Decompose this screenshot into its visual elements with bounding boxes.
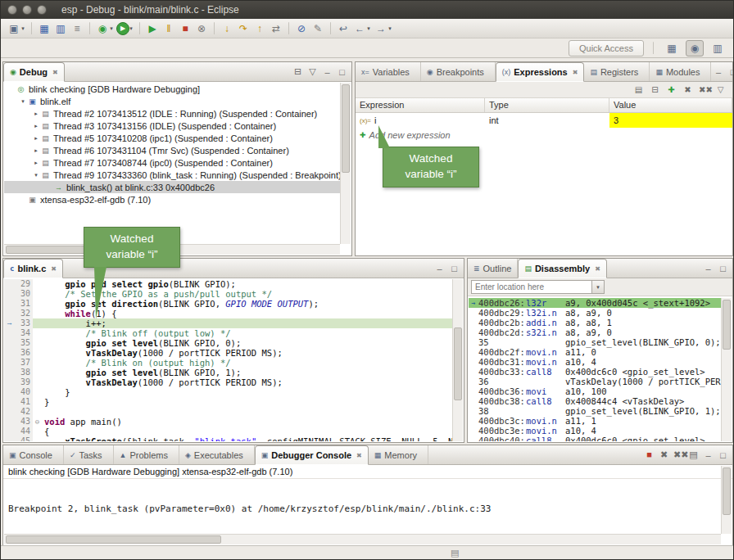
maximize-icon[interactable]: □ <box>718 264 728 273</box>
disassembly-line[interactable]: 400dbc38: call8 0x400844c4 <vTaskDelay> <box>469 396 721 406</box>
tab-modules[interactable]: ▦ Modules <box>650 62 711 81</box>
view-menu-icon[interactable]: ▽ <box>307 66 318 77</box>
open-perspective-icon[interactable]: ▦ <box>663 40 681 56</box>
disassembly-line[interactable]: 400dbc2d: s32i.n a8, a9, 0 <box>469 327 721 337</box>
code-line[interactable]: 35 gpio_set_level(BLINK_GPIO, 0); <box>4 338 452 348</box>
run-menu-chevron-icon[interactable]: ▾ <box>128 21 134 36</box>
column-value[interactable]: Value <box>609 98 732 112</box>
disassembly-line[interactable]: 400dbc31: movi.n a10, 4 <box>469 357 721 367</box>
remove-all-launches-icon[interactable]: ✖✖ <box>673 449 684 460</box>
disassembly-line[interactable]: 400dbc36: movi a10, 100 <box>469 386 721 396</box>
disassembly-line[interactable]: 400dbc3c: movi.n a11, 1 <box>469 416 721 426</box>
debug-tree-item[interactable]: ▸ ▤ Thread #2 1073413512 (IDLE : Running… <box>4 107 340 120</box>
disassembly-line[interactable]: 400dbc2b: addi.n a8, a8, 1 <box>469 318 721 327</box>
code-line[interactable]: 37 /* Blink on (output high) */ <box>4 358 452 368</box>
line-number[interactable]: 33 <box>15 318 33 328</box>
minimize-button[interactable] <box>22 5 32 15</box>
column-type[interactable]: Type <box>485 98 609 112</box>
line-number[interactable]: 32 <box>15 309 33 318</box>
remove-expression-icon[interactable]: ✖ <box>682 85 693 94</box>
code-line[interactable]: 31 gpio_set_direction(BLINK_GPIO, GPIO_M… <box>4 299 452 309</box>
code-line[interactable]: 29 gpio_pad_select_gpio(BLINK_GPIO); <box>4 279 452 289</box>
console-vertical-scrollbar[interactable] <box>721 466 732 534</box>
line-number[interactable]: 42 <box>15 407 33 417</box>
tree-expander-icon[interactable]: ▸ <box>32 123 40 129</box>
tree-expander-icon[interactable]: ▾ <box>19 98 27 105</box>
minimize-icon[interactable]: – <box>713 67 723 77</box>
close-icon[interactable]: ✖ <box>573 69 578 76</box>
line-number[interactable]: 38 <box>15 368 33 377</box>
maximize-icon[interactable]: □ <box>337 67 347 77</box>
code-line[interactable]: 42 <box>4 407 452 417</box>
c-cpp-perspective-icon[interactable]: ▥ <box>709 40 727 56</box>
disassembly-line[interactable]: 38 gpio_set_level(BLINK_GPIO, 1); <box>469 406 721 416</box>
add-expression-toolbar-icon[interactable]: ✚ <box>666 85 677 94</box>
disassembly-line[interactable]: 400dbc3e: movi.n a10, 4 <box>469 426 721 436</box>
maximize-icon[interactable]: □ <box>449 264 460 273</box>
suspend-icon[interactable]: ‖ <box>161 21 176 36</box>
code-line[interactable]: 38 gpio_set_level(BLINK_GPIO, 1); <box>4 368 452 377</box>
line-number[interactable]: 45 <box>15 436 33 441</box>
tree-expander-icon[interactable]: ▸ <box>32 135 40 142</box>
disassembly-line[interactable]: → 400dbc26: l32r a9, 0x400d045c <_stext+… <box>469 298 721 308</box>
location-dropdown-icon[interactable]: ▼ <box>592 280 605 294</box>
close-icon[interactable]: ✖ <box>356 452 362 459</box>
debug-tree-item[interactable]: ▸ ▤ Thread #7 1073408744 (ipc0) (Suspend… <box>4 156 340 169</box>
forward-menu-chevron-icon[interactable]: ▾ <box>387 21 393 36</box>
minimize-icon[interactable]: – <box>434 264 445 273</box>
step-into-icon[interactable]: ↓ <box>220 21 234 36</box>
line-number[interactable]: 35 <box>15 338 33 348</box>
line-number[interactable]: 29 <box>15 279 33 289</box>
instruction-stepping-icon[interactable]: ⇄ <box>269 21 283 36</box>
tab-console[interactable]: ▣ Console <box>3 445 64 464</box>
debug-tree-item[interactable]: ▾ ▤ Thread #9 1073433360 (blink_task : R… <box>4 169 340 181</box>
remove-launch-icon[interactable]: ✖ <box>659 449 669 460</box>
disassembly-line[interactable]: 400dbc2f: movi.n a11, 0 <box>469 347 721 357</box>
statusbar-tree-icon[interactable]: ▤ <box>451 548 459 558</box>
line-number[interactable]: 41 <box>15 397 33 407</box>
code-line[interactable]: 40 } <box>4 387 452 397</box>
line-number[interactable]: 31 <box>15 299 33 309</box>
terminate-console-icon[interactable]: ■ <box>644 449 655 460</box>
location-input[interactable] <box>471 280 592 294</box>
code-line[interactable]: 39 vTaskDelay(1000 / portTICK_PERIOD_MS)… <box>4 377 452 387</box>
fold-marker-icon[interactable]: ⊖ <box>33 418 42 426</box>
save-icon[interactable]: ▦ <box>37 21 52 36</box>
line-number[interactable]: 43 <box>15 417 33 427</box>
tab-registers[interactable]: ▤ Registers <box>584 62 650 81</box>
debug-menu-chevron-icon[interactable]: ▾ <box>108 21 115 36</box>
step-over-icon[interactable]: ↷ <box>236 21 251 36</box>
line-number[interactable]: 39 <box>15 377 33 387</box>
mark-occurrences-icon[interactable]: ✎ <box>310 21 325 36</box>
quick-access-button[interactable]: Quick Access <box>569 40 644 56</box>
expression-row[interactable]: (x)=i int 3 <box>356 113 732 128</box>
collapse-all-icon[interactable]: ⊟ <box>292 66 303 77</box>
add-expression-row[interactable]: ✚Add new expression <box>356 128 732 142</box>
code-line[interactable]: 45 xTaskCreate(&blink_task, "blink_task"… <box>4 436 452 441</box>
step-return-icon[interactable]: ↑ <box>252 21 267 36</box>
disassembly-line[interactable]: 36 vTaskDelay(1000 / portTICK_PERI <box>469 377 721 386</box>
view-menu-icon[interactable]: ▽ <box>715 85 726 94</box>
code-line[interactable]: 32 while(1) { <box>4 309 452 318</box>
disassembly-line[interactable]: 400dbc40: call8 0x400dc6c0 <gpio_set_lev… <box>469 436 721 441</box>
line-number[interactable]: 30 <box>15 289 33 299</box>
disassembly-listing[interactable]: → 400dbc26: l32r a9, 0x400d045c <_stext+… <box>469 298 721 441</box>
save-all-icon[interactable]: ▥ <box>53 21 68 36</box>
debug-tree-item[interactable]: ▣ xtensa-esp32-elf-gdb (7.10) <box>4 193 340 205</box>
print-icon[interactable]: ≡ <box>70 21 84 36</box>
line-number[interactable]: 36 <box>15 348 33 358</box>
new-menu-chevron-icon[interactable]: ▾ <box>20 21 26 36</box>
code-line[interactable]: 44 { <box>4 427 452 436</box>
debug-vertical-scrollbar[interactable] <box>340 83 351 244</box>
resume-icon[interactable]: ▶ <box>145 21 160 36</box>
line-number[interactable]: 44 <box>15 427 33 436</box>
disconnect-icon[interactable]: ⊗ <box>194 21 209 36</box>
disassembly-line[interactable]: 35 gpio_set_level(BLINK_GPIO, 0); <box>469 337 721 347</box>
debug-tree-item[interactable]: ◎ blink checking [GDB Hardware Debugging… <box>4 83 340 95</box>
code-editor[interactable]: 29 gpio_pad_select_gpio(BLINK_GPIO); 30 … <box>4 279 452 441</box>
tree-expander-icon[interactable]: ▾ <box>32 172 40 178</box>
collapse-all-icon[interactable]: ⊟ <box>650 85 660 94</box>
back-menu-chevron-icon[interactable]: ▾ <box>365 21 372 36</box>
console-horizontal-scrollbar[interactable] <box>4 534 721 544</box>
tab-outline[interactable]: ≣ Outline <box>468 259 518 278</box>
